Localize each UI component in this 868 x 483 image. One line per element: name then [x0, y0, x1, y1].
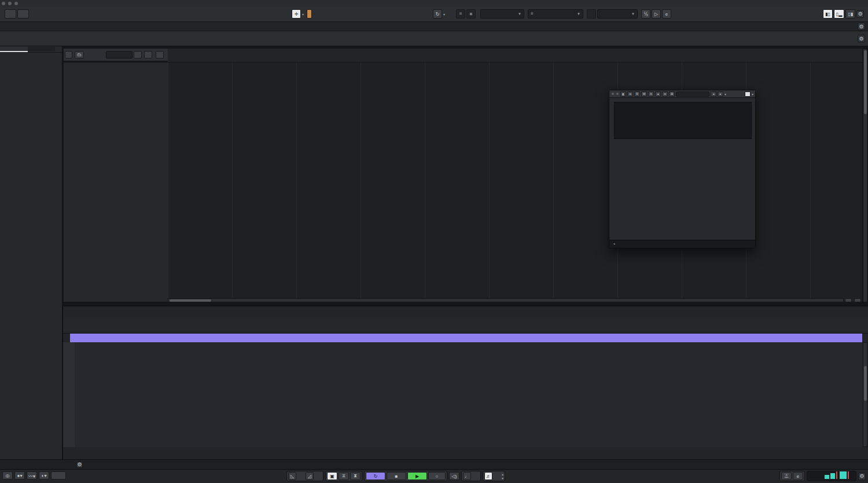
- track-search-icon[interactable]: [156, 51, 164, 58]
- tab-inspector[interactable]: [0, 46, 28, 52]
- plugin-menu-icon[interactable]: ⊞: [669, 92, 675, 97]
- preset-dropdown-icon[interactable]: ▾: [724, 92, 726, 96]
- transport-buttons: ↻ ■ ▶ ○: [364, 471, 447, 481]
- tempo-group: ♬ ▴▾: [483, 471, 505, 481]
- tempo-stepper[interactable]: ▴▾: [502, 472, 503, 480]
- steinberg-logo: ◔: [613, 242, 615, 246]
- redo-button[interactable]: [17, 9, 29, 19]
- variaudio-pitch-icon[interactable]: ◎: [2, 471, 13, 480]
- editor-ruler[interactable]: [70, 334, 862, 342]
- goto-right-locator-button[interactable]: ◿: [306, 472, 314, 480]
- toolbar-setup-gear-icon[interactable]: ⚙: [856, 10, 864, 18]
- stop-button[interactable]: ■: [387, 472, 406, 480]
- variaudio-editor[interactable]: [75, 342, 862, 447]
- horizontal-scrollbar[interactable]: [168, 298, 844, 302]
- event-info-line: ⚙: [0, 31, 868, 46]
- move-tool-button[interactable]: ✛: [292, 9, 301, 19]
- auto-scroll-button[interactable]: ↻: [433, 9, 442, 19]
- lower-zone-toggle[interactable]: ▯▂: [834, 9, 845, 19]
- track-grid-button[interactable]: [144, 51, 152, 58]
- metronome-button[interactable]: ⏄: [781, 472, 792, 480]
- squasher-plugin-window: ▮ ≋ R W A ● ⊜ ⊞ ◂ ▸ ▾ ▾ ◔: [609, 90, 756, 248]
- track-list-header: 🗀: [64, 49, 168, 61]
- position-group: ♩: [461, 471, 481, 481]
- punch-in-button[interactable]: ⧖: [339, 472, 349, 480]
- add-track-button[interactable]: [65, 51, 72, 58]
- project-status-line: ⚙: [0, 22, 868, 31]
- goto-left-locator-button[interactable]: ◺: [288, 472, 296, 480]
- glue-mode-select[interactable]: ◐▾: [39, 471, 49, 480]
- titlebar: [0, 0, 868, 7]
- plugin-ab-button[interactable]: A: [648, 92, 654, 97]
- master-meter: [807, 471, 856, 481]
- plugin-onoff-switch[interactable]: [745, 92, 751, 97]
- metronome-setup-button[interactable]: e: [793, 472, 803, 480]
- tab-visibility[interactable]: [28, 47, 56, 52]
- track-list: [64, 63, 168, 302]
- segment-color-select[interactable]: ●▾: [14, 471, 25, 480]
- track-visibility-counter: [106, 51, 133, 58]
- tempo-track-icon[interactable]: ♬: [484, 472, 492, 480]
- punch-lock-button[interactable]: ▣: [327, 472, 337, 480]
- window-minimize-button[interactable]: [8, 2, 12, 5]
- locator-group: ◺ ◿: [286, 471, 323, 481]
- sample-editor-toolbar: [63, 308, 868, 318]
- snap-type-icon[interactable]: ✳: [466, 9, 476, 19]
- plugin-preset-select[interactable]: [676, 92, 709, 97]
- info-line-gear-icon[interactable]: ⚙: [858, 35, 865, 42]
- quantize-icon: [587, 9, 596, 19]
- window-zoom-button[interactable]: [14, 2, 18, 5]
- editor-keyboard[interactable]: [63, 342, 75, 447]
- plugin-read-button[interactable]: R: [634, 92, 640, 97]
- plugin-activate-button[interactable]: ▮: [620, 92, 626, 97]
- right-zone-toggle[interactable]: ▯▮: [845, 9, 855, 19]
- tool-modifier[interactable]: [307, 9, 312, 19]
- plugin-bypass-button[interactable]: ≋: [627, 92, 633, 97]
- inspector-panel: [0, 46, 62, 469]
- cubase-project-window: { "toolbar": { "undo_icon": "↶", "redo_i…: [0, 0, 868, 483]
- plugin-copy-button[interactable]: ●: [655, 92, 661, 97]
- iterative-quantize-button[interactable]: ⅟ₓ: [641, 9, 650, 19]
- plugin-preset-prev-icon[interactable]: ⊜: [662, 92, 668, 97]
- quantize-panel-button[interactable]: e: [662, 9, 671, 19]
- cycle-button[interactable]: ↻: [366, 472, 385, 480]
- pre-roll-icon[interactable]: ◁): [449, 472, 459, 480]
- plugin-write-button[interactable]: W: [641, 92, 647, 97]
- sample-editor-info-line: [63, 318, 868, 334]
- time-format-icon[interactable]: ♩: [463, 472, 471, 480]
- quantize-value-select[interactable]: ▼: [597, 9, 638, 19]
- home-zoom-button[interactable]: [134, 51, 142, 58]
- event-display[interactable]: [168, 63, 862, 302]
- close-lower-zone-button[interactable]: [65, 460, 72, 470]
- smart-controls-select[interactable]: 〰▾: [27, 471, 37, 480]
- acoustic-feedback-button[interactable]: [51, 471, 66, 480]
- lower-zone-setup-gear-icon[interactable]: ⚙: [76, 462, 83, 468]
- left-zone-toggle[interactable]: ▮▯: [823, 9, 833, 19]
- record-button[interactable]: ○: [428, 472, 446, 480]
- play-button[interactable]: ▶: [407, 472, 427, 480]
- track-preset-button[interactable]: 🗀: [75, 51, 84, 58]
- lower-zone-editor: [62, 306, 868, 460]
- window-close-button[interactable]: [2, 2, 5, 5]
- status-line-gear-icon[interactable]: ⚙: [858, 23, 865, 30]
- vertical-scrollbar[interactable]: [863, 49, 867, 302]
- zone-tabs-row: ⚙: [0, 459, 868, 469]
- preset-next-button[interactable]: ▸: [718, 92, 723, 97]
- editor-vscrollbar[interactable]: [863, 342, 867, 447]
- quantize-preset-select[interactable]: ⌗ ▼: [528, 9, 583, 19]
- zoom-controls[interactable]: [845, 298, 862, 302]
- transport-setup-gear-icon[interactable]: ⚙: [858, 473, 866, 480]
- transport-bar: ◎ ●▾ 〰▾ ◐▾ ◺ ◿ ▣ ⧖ ⧗ ↻ ■ ▶ ○ ◁) ♩ ♬: [0, 469, 868, 483]
- grid-type-select[interactable]: ▼: [480, 9, 524, 19]
- punch-out-button[interactable]: ⧗: [350, 472, 361, 480]
- undo-button[interactable]: [5, 9, 16, 19]
- snap-button[interactable]: ⌗: [456, 9, 465, 19]
- project-toolbar: ✛▾ ↻▾ ⌗ ✳ ▼ ⌗ ▼ ▼ ⅟ₓ ▷ e ▮▯ ▯▂ ▯▮ ⚙: [0, 7, 868, 22]
- preset-prev-button[interactable]: ◂: [711, 92, 716, 97]
- plugin-spectrum-display[interactable]: [614, 102, 752, 139]
- punch-group: ▣ ⧖ ⧗: [325, 471, 362, 481]
- plugin-titlebar[interactable]: ▮ ≋ R W A ● ⊜ ⊞ ◂ ▸ ▾ ▾: [609, 90, 755, 98]
- audiowarp-quantize-button[interactable]: ▷: [652, 9, 661, 19]
- project-ruler[interactable]: [168, 49, 862, 63]
